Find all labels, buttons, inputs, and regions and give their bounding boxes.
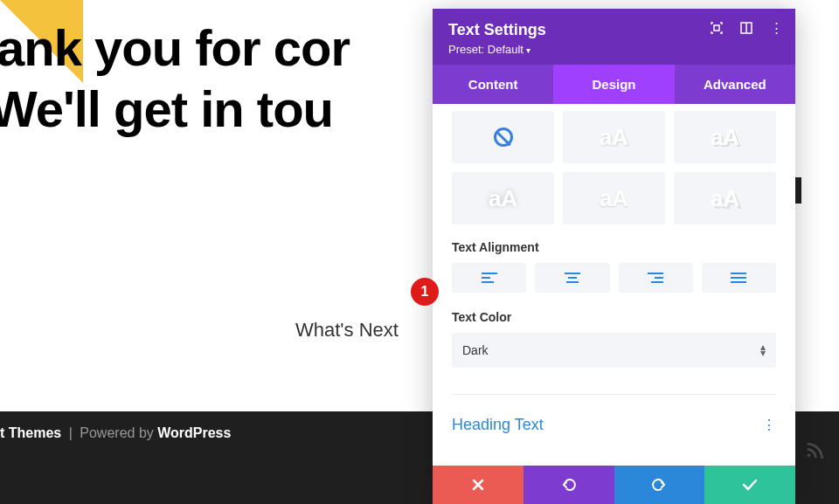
footer-separator: | [65, 425, 76, 440]
page-heading: ank you for cor We'll get in tou [0, 17, 350, 139]
more-icon[interactable]: ⋮ [769, 21, 783, 35]
align-left-button[interactable] [452, 263, 526, 293]
save-button[interactable] [704, 466, 795, 504]
preset-selector[interactable]: Preset: Default [448, 43, 780, 56]
expand-icon[interactable] [710, 21, 724, 35]
cancel-button[interactable] [433, 466, 524, 504]
undo-button[interactable] [524, 466, 614, 504]
heading-text-section[interactable]: Heading Text ⋮ [452, 394, 776, 445]
close-icon [471, 478, 485, 492]
rss-icon[interactable] [804, 439, 823, 459]
footer-themes-link[interactable]: t Themes [0, 425, 61, 440]
text-shadow-option-1[interactable]: aA [563, 111, 665, 163]
heading-line-2: We'll get in tou [0, 79, 350, 140]
footer-powered-label: Powered by [80, 425, 157, 440]
panel-footer [433, 466, 795, 504]
align-justify-button[interactable] [702, 263, 776, 293]
heading-line-1: ank you for cor [0, 17, 350, 79]
settings-panel: Text Settings Preset: Default ⋮ Content … [433, 9, 795, 504]
text-shadow-option-4[interactable]: aA [563, 172, 665, 224]
text-color-label: Text Color [452, 310, 776, 324]
text-shadow-none[interactable] [452, 111, 554, 163]
text-shadow-option-2[interactable]: aA [674, 111, 776, 163]
whats-next-heading: What's Next [295, 319, 399, 342]
text-color-value: Dark [462, 343, 489, 357]
heading-text-more-icon[interactable]: ⋮ [762, 417, 776, 433]
footer-wordpress-link[interactable]: WordPress [157, 425, 231, 440]
redo-icon [651, 478, 667, 492]
select-arrows-icon: ▴▾ [760, 344, 766, 356]
check-icon [742, 479, 758, 491]
text-shadow-grid: aA aA aA aA aA [452, 111, 776, 224]
text-shadow-option-5[interactable]: aA [674, 172, 776, 224]
panel-header: Text Settings Preset: Default ⋮ [433, 9, 795, 65]
tab-content[interactable]: Content [433, 65, 553, 104]
align-right-button[interactable] [619, 263, 693, 293]
side-handle[interactable] [794, 177, 801, 204]
columns-icon[interactable] [739, 21, 753, 35]
svg-rect-0 [714, 25, 719, 31]
redo-button[interactable] [614, 466, 705, 504]
text-alignment-label: Text Alignment [452, 240, 776, 254]
undo-icon [561, 478, 577, 492]
heading-text-label: Heading Text [452, 416, 544, 434]
none-icon [494, 128, 513, 147]
tab-design[interactable]: Design [553, 65, 674, 104]
text-alignment-row [452, 263, 776, 293]
align-center-button[interactable] [535, 263, 609, 293]
annotation-badge-1: 1 [411, 278, 439, 306]
text-color-select[interactable]: Dark ▴▾ [452, 333, 776, 368]
panel-tabs: Content Design Advanced [433, 65, 795, 104]
panel-body: aA aA aA aA aA Text Alignment Text Color… [433, 104, 795, 466]
text-shadow-option-3[interactable]: aA [452, 172, 554, 224]
tab-advanced[interactable]: Advanced [675, 65, 795, 104]
